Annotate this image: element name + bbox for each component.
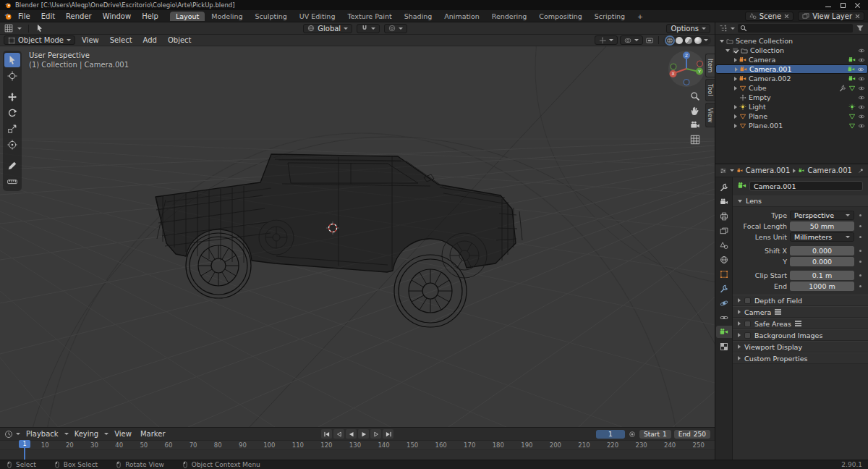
menu-help[interactable]: Help [137,12,163,21]
gizmos-dropdown[interactable] [595,35,618,45]
view-layer-selector[interactable]: View Layer [798,12,864,21]
properties-editor-icon[interactable] [720,166,727,175]
section-background-images[interactable]: Background Images [733,329,868,341]
visibility-eye-icon[interactable] [857,66,864,73]
animate-dot-button[interactable] [857,214,863,216]
tab-object[interactable] [716,268,732,280]
section-safe-areas[interactable]: Safe Areas [733,318,868,329]
tab-scene[interactable] [716,239,732,251]
tool-move-button[interactable] [4,90,20,104]
outliner-row-plane[interactable]: Plane [715,111,868,121]
play-button[interactable] [358,429,369,439]
camera-view-icon[interactable] [690,120,700,130]
animate-dot-button[interactable] [857,274,863,276]
presets-menu-icon[interactable] [775,311,781,313]
close-button[interactable] [854,2,861,9]
outliner-row-camera002[interactable]: Camera.002 [715,74,868,83]
viewport-menu-view[interactable]: View [77,36,103,44]
tab-object-data[interactable] [716,326,732,338]
sidebar-tab-tool[interactable]: Tool [705,79,715,101]
tab-modifiers[interactable] [716,282,732,295]
shading-options-chevron-icon[interactable] [704,39,708,41]
tool-select-box-button[interactable] [4,53,20,67]
tab-texture[interactable] [716,340,732,352]
animate-dot-button[interactable] [857,236,863,238]
pin-icon[interactable] [858,167,864,174]
tab-physics[interactable] [716,297,732,309]
tool-measure-button[interactable] [4,174,20,189]
frame-end-field[interactable]: End 250 [674,430,710,439]
visibility-eye-icon[interactable] [858,47,865,54]
outliner-editor-icon[interactable] [719,24,728,33]
expand-icon[interactable] [734,114,737,119]
editor-type-chevron-icon[interactable] [17,28,22,30]
outliner-row-scene-collection[interactable]: Scene Collection [715,36,868,46]
animate-dot-button[interactable] [857,261,863,263]
tool-cursor-button[interactable] [4,69,20,83]
chevron-down-icon[interactable] [730,169,734,172]
transform-orientation-dropdown[interactable]: Global [303,24,352,33]
chevron-down-icon[interactable] [731,28,735,30]
playhead-badge[interactable]: 1 [19,440,30,448]
section-depth-of-field[interactable]: Depth of Field [733,295,868,306]
workspace-tab-layout[interactable]: Layout [170,12,205,21]
viewport-canvas[interactable] [0,46,715,427]
clip-start-field[interactable]: 0.1 m [790,271,854,280]
workspace-tab-modeling[interactable]: Modeling [205,12,248,21]
jump-to-end-button[interactable] [383,429,393,439]
shift-y-field[interactable]: 0.000 [790,257,854,266]
active-tool-icon[interactable] [35,24,44,33]
visibility-eye-icon[interactable] [858,113,865,120]
safe-areas-checkbox[interactable] [744,321,751,327]
shading-wireframe-button[interactable] [666,37,673,44]
sidebar-tab-item[interactable]: Item [705,54,715,77]
navigation-gizmo[interactable]: X Y Z [667,49,706,88]
play-reverse-button[interactable] [346,429,357,439]
focal-length-field[interactable]: 50 mm [790,221,854,231]
tool-rotate-button[interactable] [4,106,20,120]
menu-file[interactable]: File [13,12,35,21]
options-dropdown[interactable]: Options [666,24,710,33]
tab-render[interactable] [716,195,732,208]
visibility-eye-icon[interactable] [858,56,865,64]
menu-edit[interactable]: Edit [36,12,60,21]
current-frame-field[interactable]: 1 [596,430,625,439]
gizmo-z-label[interactable]: Z [685,53,688,58]
overlays-dropdown[interactable] [620,35,643,45]
workspace-tab-uv-editing[interactable]: UV Editing [294,12,341,21]
expand-icon[interactable] [726,49,730,52]
workspace-tab-scripting[interactable]: Scripting [589,12,631,21]
background-images-checkbox[interactable] [744,332,751,339]
tab-output[interactable] [716,210,732,222]
lens-unit-dropdown[interactable]: Millimeters [790,232,854,242]
lens-panel-header[interactable]: Lens [733,195,868,207]
shading-rendered-button[interactable] [694,37,702,44]
outliner-row-empty[interactable]: Empty [715,93,868,102]
clip-end-field[interactable]: 1000 m [790,282,854,291]
viewport-menu-select[interactable]: Select [106,36,137,44]
collection-checkbox[interactable] [732,47,739,54]
snap-dropdown[interactable] [357,24,380,33]
datablock-name-field[interactable]: Camera.001 [749,181,863,191]
timeline-menu-view[interactable]: View [111,430,135,438]
breadcrumb-data[interactable]: Camera.001 [807,166,852,174]
workspace-tab-compositing[interactable]: Compositing [533,12,588,21]
visibility-eye-icon[interactable] [858,103,865,111]
jump-to-start-button[interactable] [321,429,332,439]
section-viewport-display[interactable]: Viewport Display [733,341,868,352]
minimize-button[interactable] [825,2,832,9]
expand-icon[interactable] [734,124,737,128]
timeline-menu-marker[interactable]: Marker [137,430,169,438]
timeline-menu-playback[interactable]: Playback [23,430,61,438]
view-layer-clear-icon[interactable] [855,14,860,19]
auto-keying-icon[interactable] [628,430,637,439]
visibility-eye-icon[interactable] [858,85,865,92]
outliner-row-plane001[interactable]: Plane.001 [715,121,868,130]
outliner-search-input[interactable] [738,24,853,33]
animate-dot-button[interactable] [857,225,863,227]
frame-start-field[interactable]: Start 1 [639,430,671,439]
outliner-row-collection[interactable]: Collection [715,46,868,55]
next-keyframe-button[interactable] [370,429,381,439]
visibility-eye-icon[interactable] [858,75,865,83]
workspace-tab-shading[interactable]: Shading [399,12,438,21]
